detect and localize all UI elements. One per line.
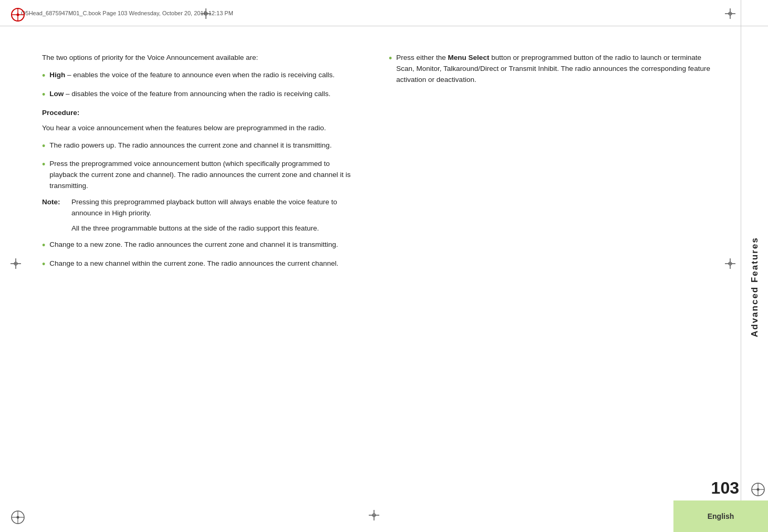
remaining-bullet-1-text: Change to a new zone. The radio announce… <box>49 239 338 251</box>
bullet-low: • Low – disables the voice of the featur… <box>42 89 352 102</box>
note-label: Note: <box>42 197 63 208</box>
procedure-bullet-1: • The radio powers up. The radio announc… <box>42 140 352 154</box>
note-text: Pressing this preprogrammed playback but… <box>71 197 352 219</box>
bullet-dot-rem-2: • <box>42 257 45 272</box>
bullet-dot-rem-1: • <box>42 238 45 253</box>
procedure-bullet-2-text: Press the preprogrammed voice announceme… <box>49 159 352 192</box>
bullet-dot-right-1: • <box>389 51 392 66</box>
right-bullet-1: • Press either the Menu Select button or… <box>389 53 720 86</box>
procedure-bullet-1-text: The radio powers up. The radio announces… <box>49 140 331 151</box>
right-column: • Press either the Menu Select button or… <box>370 26 741 532</box>
svg-point-3 <box>17 14 19 16</box>
bullet-dot-low: • <box>42 88 45 102</box>
sidebar-vertical-label: Advanced Features <box>750 42 760 532</box>
note-continuation: All the three programmable buttons at th… <box>71 223 352 234</box>
bullet-low-text: Low – disables the voice of the feature … <box>49 89 330 100</box>
main-content: The two options of priority for the Voic… <box>0 26 741 532</box>
bullet-high-text: High – enables the voice of the feature … <box>49 70 335 81</box>
remaining-bullet-2: • Change to a new channel within the cur… <box>42 258 352 272</box>
remaining-bullet-1: • Change to a new zone. The radio announ… <box>42 239 352 253</box>
top-right-crosshair <box>724 7 736 20</box>
intro-text: The two options of priority for the Voic… <box>42 53 352 64</box>
right-bullet-1-text: Press either the Menu Select button or p… <box>396 53 720 86</box>
procedure-intro: You hear a voice announcement when the f… <box>42 123 352 134</box>
bullet-high: • High – enables the voice of the featur… <box>42 70 352 84</box>
remaining-bullet-2-text: Change to a new channel within the curre… <box>49 258 338 269</box>
note-block: Note: Pressing this preprogrammed playba… <box>42 197 352 219</box>
top-center-left-mark <box>200 7 212 20</box>
procedure-heading: Procedure: <box>42 108 352 119</box>
bullet-dot-proc-1: • <box>42 139 45 154</box>
sidebar-right: Advanced Features <box>741 0 768 532</box>
left-column: The two options of priority for the Voic… <box>0 26 370 532</box>
top-left-corner-mark <box>9 6 26 23</box>
bullet-dot-high: • <box>42 69 45 84</box>
procedure-bullet-2: • Press the preprogrammed voice announce… <box>42 159 352 192</box>
header-bar: O5Head_6875947M01_C.book Page 103 Wednes… <box>0 0 768 26</box>
bullet-dot-proc-2: • <box>42 158 45 172</box>
